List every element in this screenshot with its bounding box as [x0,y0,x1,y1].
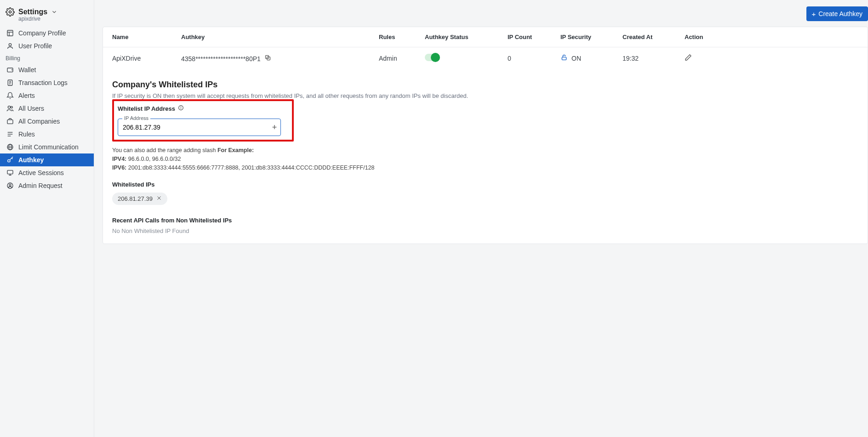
edit-icon[interactable] [685,55,692,62]
svg-rect-20 [7,170,13,174]
bell-icon [6,92,14,99]
sidebar-item-label: All Companies [18,118,60,125]
key-icon [6,156,14,164]
gear-icon [6,7,15,17]
cell-status [425,54,508,62]
sidebar-item-label: Admin Request [18,182,63,189]
info-icon[interactable] [178,105,184,112]
col-ipsec: IP Security [560,34,622,40]
whitelist-field-label: Whitelist IP Address [118,103,288,112]
sidebar-item-label: User Profile [18,42,52,50]
cell-created: 19:32 [622,55,685,62]
sidebar-item-company-profile[interactable]: Company Profile [0,27,94,40]
sidebar-item-user-profile[interactable]: User Profile [0,40,94,52]
lock-icon [560,54,568,62]
create-authkey-button[interactable]: + Create Authkey [806,6,868,21]
svg-point-10 [8,106,10,108]
hint-ipv6: 2001:db8:3333:4444:5555:6666:7777:8888, … [126,165,374,171]
hint-pre: You can also add the range adding slash [112,147,217,153]
sidebar-section-billing: Billing [0,52,94,63]
sidebar-item-active-sessions[interactable]: Active Sessions [0,166,94,179]
sidebar-item-limit-communication[interactable]: Limit Communication [0,141,94,153]
authkey-value: 4358********************80P1 [181,55,261,62]
cell-ipsec: ON [560,54,622,62]
user-icon [6,42,14,50]
sidebar-item-label: Company Profile [18,29,66,37]
topbar: + Create Authkey [103,5,868,27]
ip-field-wrap: IP Address + [118,119,288,136]
sidebar-item-all-companies[interactable]: All Companies [0,115,94,128]
briefcase-icon [6,118,14,125]
users-icon [6,105,14,112]
sidebar-item-transaction-logs[interactable]: Transaction Logs [0,76,94,89]
plus-icon: + [812,11,816,17]
sessions-icon [6,169,14,176]
whitelist-section: Company's Whitelisted IPs If IP security… [103,69,868,244]
svg-rect-12 [7,120,13,124]
cell-ipcount: 0 [508,55,560,62]
copy-icon[interactable] [264,54,271,61]
sidebar-item-alerts[interactable]: Alerts [0,89,94,102]
status-toggle[interactable] [425,54,439,61]
sidebar: Settings apixdrive Company Profile User … [0,0,94,437]
svg-point-11 [11,106,12,108]
cell-rules: Admin [379,55,425,62]
sidebar-item-label: Limit Communication [18,143,79,151]
hint-ipv4-label: IPV4: [112,156,126,162]
sidebar-item-label: Rules [18,131,35,138]
ipsec-value: ON [571,55,581,62]
highlight-annotation: Whitelist IP Address IP Address + [112,99,294,142]
whitelist-description: If IP security is ON then system will ac… [112,92,858,99]
col-action: Action [685,34,721,40]
sidebar-item-label: Wallet [18,66,36,74]
hint-ipv4: 96.6.0.0, 96.6.0.0/32 [126,156,181,162]
sidebar-item-rules[interactable]: Rules [0,128,94,141]
rules-icon [6,131,14,138]
table-header: Name Authkey Rules Authkey Status IP Cou… [103,27,868,47]
cell-authkey: 4358********************80P1 [181,54,379,62]
svg-point-30 [181,107,181,107]
chip-remove-icon[interactable] [156,195,162,202]
button-label: Create Authkey [818,10,862,17]
wallet-icon [6,66,14,74]
hint-for: For Example: [217,147,254,153]
col-rules: Rules [379,34,425,40]
chevron-down-icon [51,9,57,15]
none-found-text: No Non Whitelisted IP Found [112,227,858,234]
whitelist-heading: Company's Whitelisted IPs [112,80,858,90]
main-content: + Create Authkey Name Authkey Rules Auth… [94,0,868,437]
authkey-card: Name Authkey Rules Authkey Status IP Cou… [103,27,868,244]
sidebar-item-authkey[interactable]: Authkey [0,153,94,166]
sidebar-item-label: All Users [18,105,44,112]
ip-address-input[interactable] [118,119,281,136]
field-label-text: Whitelist IP Address [118,105,175,112]
ip-float-label: IP Address [122,115,150,121]
sidebar-item-label: Authkey [18,156,44,164]
add-ip-button[interactable]: + [269,122,280,132]
sidebar-item-label: Alerts [18,92,35,99]
svg-point-0 [9,11,11,13]
ip-hint: You can also add the range adding slash … [112,146,858,172]
admin-icon [6,182,14,189]
sidebar-subtitle: apixdrive [0,16,94,27]
col-status: Authkey Status [425,34,508,40]
sidebar-item-admin-request[interactable]: Admin Request [0,179,94,192]
plus-icon: + [272,123,277,132]
recent-calls-heading: Recent API Calls from Non Whitelisted IP… [112,217,858,224]
sidebar-item-all-users[interactable]: All Users [0,102,94,115]
hint-ipv6-label: IPV6: [112,165,126,171]
whitelisted-ips-heading: Whitelisted IPs [112,181,858,188]
cell-action [685,54,721,62]
svg-point-24 [9,184,11,186]
table-row: ApiXDrive 4358********************80P1 A… [103,47,868,69]
globe-icon [6,143,14,151]
cell-name: ApiXDrive [112,55,181,62]
sidebar-title: Settings [18,8,47,16]
ip-chip: 206.81.27.39 [112,193,167,205]
col-authkey: Authkey [181,34,379,40]
svg-rect-27 [562,57,566,60]
authkey-table: Name Authkey Rules Authkey Status IP Cou… [103,27,868,69]
sidebar-item-wallet[interactable]: Wallet [0,63,94,76]
sidebar-header[interactable]: Settings [0,6,94,17]
sidebar-item-label: Active Sessions [18,169,64,176]
